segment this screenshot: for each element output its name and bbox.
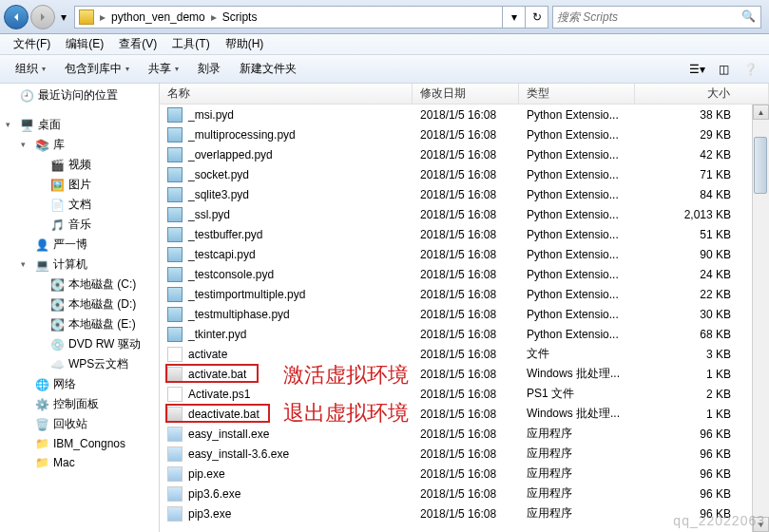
file-icon	[167, 427, 183, 442]
file-icon	[167, 287, 183, 302]
tree-folder-ibm[interactable]: 📁IBM_Congnos	[0, 434, 159, 453]
help-button[interactable]: ❔	[739, 58, 761, 81]
refresh-button[interactable]: ↻	[525, 6, 548, 28]
file-type: Python Extensio...	[519, 228, 635, 241]
menu-edit[interactable]: 编辑(E)	[58, 36, 111, 52]
tree-video[interactable]: 🎬视频	[0, 155, 159, 175]
file-name: pip3.exe	[188, 507, 231, 521]
tree-disk-d[interactable]: 💽本地磁盘 (D:)	[0, 294, 159, 314]
file-type: 应用程序	[519, 485, 635, 502]
file-row[interactable]: _sqlite3.pyd2018/1/5 16:08Python Extensi…	[160, 184, 769, 204]
file-row[interactable]: easy_install.exe2018/1/5 16:08应用程序96 KB	[160, 424, 769, 444]
tree-wps[interactable]: ☁️WPS云文档	[0, 354, 159, 374]
file-size: 3 KB	[635, 348, 769, 361]
scroll-up-button[interactable]: ▲	[753, 104, 769, 120]
file-row[interactable]: activate2018/1/5 16:08文件3 KB	[160, 344, 769, 364]
file-size: 24 KB	[635, 268, 769, 281]
file-type: Python Extensio...	[519, 308, 635, 321]
file-row[interactable]: _overlapped.pyd2018/1/5 16:08Python Exte…	[160, 144, 769, 164]
tree-dvd[interactable]: 💿DVD RW 驱动	[0, 334, 159, 354]
menu-tools[interactable]: 工具(T)	[164, 36, 217, 52]
file-row[interactable]: _socket.pyd2018/1/5 16:08Python Extensio…	[160, 164, 769, 184]
file-row[interactable]: _testcapi.pyd2018/1/5 16:08Python Extens…	[160, 244, 769, 264]
file-row[interactable]: _testbuffer.pyd2018/1/5 16:08Python Exte…	[160, 224, 769, 244]
file-row[interactable]: _multiprocessing.pyd2018/1/5 16:08Python…	[160, 124, 769, 144]
file-icon	[167, 506, 183, 522]
tree-disk-c[interactable]: 💽本地磁盘 (C:)	[0, 275, 159, 294]
tree-docs[interactable]: 📄文档	[0, 195, 159, 215]
file-type: Python Extensio...	[519, 248, 635, 261]
tree-music[interactable]: 🎵音乐	[0, 215, 159, 235]
chevron-right-icon[interactable]: ▸	[209, 10, 219, 24]
file-row[interactable]: _tkinter.pyd2018/1/5 16:08Python Extensi…	[160, 324, 769, 344]
file-row[interactable]: Activate.ps12018/1/5 16:08PS1 文件2 KB	[160, 384, 769, 404]
file-row[interactable]: deactivate.bat2018/1/5 16:08Windows 批处理.…	[160, 404, 769, 424]
vertical-scrollbar[interactable]: ▲ ▼	[752, 104, 769, 532]
file-name: _overlapped.pyd	[188, 148, 273, 162]
file-row[interactable]: activate.bat2018/1/5 16:08Windows 批处理...…	[160, 364, 769, 384]
tree-library[interactable]: ▾📚库	[0, 135, 159, 155]
column-size[interactable]: 大小	[635, 84, 769, 104]
tree-user[interactable]: 👤严一博	[0, 235, 159, 255]
tree-recent[interactable]: 🕘最近访问的位置	[0, 86, 159, 105]
collapse-icon[interactable]: ▾	[21, 259, 32, 271]
tree-computer[interactable]: ▾💻计算机	[0, 255, 159, 275]
share-button[interactable]: 共享	[139, 58, 188, 81]
forward-button[interactable]	[30, 5, 55, 29]
organize-button[interactable]: 组织	[6, 58, 55, 81]
dropdown-icon[interactable]: ▾	[502, 6, 525, 28]
file-row[interactable]: easy_install-3.6.exe2018/1/5 16:08应用程序96…	[160, 444, 769, 464]
tree-disk-e[interactable]: 💽本地磁盘 (E:)	[0, 314, 159, 334]
menu-view[interactable]: 查看(V)	[111, 36, 164, 52]
tree-network[interactable]: 🌐网络	[0, 374, 159, 394]
collapse-icon[interactable]: ▾	[6, 120, 17, 131]
new-folder-button[interactable]: 新建文件夹	[230, 58, 306, 81]
disk-icon: 💽	[49, 297, 65, 313]
disk-icon: 💽	[49, 317, 65, 332]
column-date[interactable]: 修改日期	[413, 84, 519, 104]
preview-pane-button[interactable]: ◫	[712, 58, 735, 81]
menu-file[interactable]: 文件(F)	[6, 36, 58, 52]
file-row[interactable]: _testconsole.pyd2018/1/5 16:08Python Ext…	[160, 264, 769, 284]
file-date: 2018/1/5 16:08	[413, 248, 519, 261]
file-date: 2018/1/5 16:08	[413, 447, 519, 461]
history-dropdown[interactable]: ▾	[57, 5, 70, 29]
file-name: _testcapi.pyd	[188, 248, 256, 261]
tree-folder-mac[interactable]: 📁Mac	[0, 453, 159, 472]
music-icon: 🎵	[49, 218, 65, 233]
breadcrumb-segment[interactable]: Scripts	[219, 7, 261, 28]
file-row[interactable]: _testmultiphase.pyd2018/1/5 16:08Python …	[160, 304, 769, 324]
breadcrumb-segment[interactable]: python_ven_demo	[107, 7, 209, 28]
view-mode-button[interactable]: ☰▾	[685, 58, 708, 81]
file-icon	[167, 207, 183, 222]
tree-control[interactable]: ⚙️控制面板	[0, 394, 159, 414]
tree-picture[interactable]: 🖼️图片	[0, 175, 159, 195]
file-icon	[167, 307, 183, 322]
file-row[interactable]: _testimportmultiple.pyd2018/1/5 16:08Pyt…	[160, 284, 769, 304]
file-size: 96 KB	[635, 487, 769, 501]
scroll-thumb[interactable]	[754, 137, 767, 194]
file-name: deactivate.bat	[188, 408, 260, 421]
collapse-icon[interactable]: ▾	[21, 140, 32, 151]
tree-recycle[interactable]: 🗑️回收站	[0, 414, 159, 434]
burn-button[interactable]: 刻录	[188, 58, 230, 81]
include-button[interactable]: 包含到库中	[55, 58, 139, 81]
column-name[interactable]: 名称	[160, 84, 413, 104]
file-size: 30 KB	[635, 308, 769, 321]
file-row[interactable]: pip.exe2018/1/5 16:08应用程序96 KB	[160, 464, 769, 484]
file-type: Python Extensio...	[519, 168, 635, 181]
back-button[interactable]	[4, 5, 29, 29]
file-date: 2018/1/5 16:08	[413, 108, 519, 122]
column-type[interactable]: 类型	[519, 84, 635, 104]
address-bar[interactable]: ▸ python_ven_demo ▸ Scripts ▾ ↻	[74, 6, 548, 28]
file-row[interactable]: _ssl.pyd2018/1/5 16:08Python Extensio...…	[160, 204, 769, 224]
file-size: 84 KB	[635, 188, 769, 201]
menu-help[interactable]: 帮助(H)	[218, 36, 272, 52]
document-icon: 📄	[49, 198, 65, 213]
tree-desktop[interactable]: ▾🖥️桌面	[0, 115, 159, 135]
file-row[interactable]: pip3.6.exe2018/1/5 16:08应用程序96 KB	[160, 484, 769, 504]
file-row[interactable]: _msi.pyd2018/1/5 16:08Python Extensio...…	[160, 104, 769, 124]
chevron-right-icon[interactable]: ▸	[98, 10, 107, 24]
search-box[interactable]: 🔍	[552, 6, 761, 28]
search-input[interactable]	[557, 10, 741, 24]
